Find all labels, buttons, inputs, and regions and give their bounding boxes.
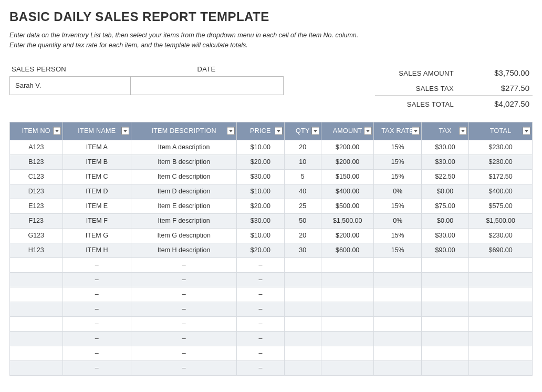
cell-qty[interactable]: 25 xyxy=(284,199,321,213)
cell-amount[interactable]: $150.00 xyxy=(321,169,374,184)
cell-item-name[interactable]: ITEM A xyxy=(62,140,131,154)
cell-tax[interactable]: $0.00 xyxy=(421,184,468,199)
cell-item-no[interactable]: H123 xyxy=(10,243,63,257)
filter-dropdown-icon[interactable] xyxy=(121,127,129,135)
cell-item-description[interactable]: – xyxy=(131,331,237,346)
col-amount[interactable]: AMOUNT xyxy=(321,122,374,140)
cell-item-name[interactable]: ITEM D xyxy=(62,184,131,199)
cell-item-description[interactable]: – xyxy=(131,257,237,272)
cell-item-no[interactable]: B123 xyxy=(10,154,63,169)
cell-amount[interactable] xyxy=(321,302,374,316)
cell-item-no[interactable] xyxy=(10,257,63,272)
filter-dropdown-icon[interactable] xyxy=(412,127,420,135)
filter-dropdown-icon[interactable] xyxy=(275,127,283,135)
cell-item-no[interactable]: E123 xyxy=(10,199,63,213)
cell-tax-rate[interactable]: 15% xyxy=(374,169,421,184)
cell-amount[interactable] xyxy=(321,257,374,272)
cell-total[interactable]: $690.00 xyxy=(469,243,533,257)
cell-price[interactable]: – xyxy=(237,272,284,287)
cell-qty[interactable]: 50 xyxy=(284,213,321,228)
cell-item-description[interactable]: Item H description xyxy=(131,243,237,257)
cell-item-name[interactable]: – xyxy=(62,257,131,272)
cell-price[interactable]: – xyxy=(237,257,284,272)
cell-tax-rate[interactable]: 15% xyxy=(374,199,421,213)
cell-total[interactable]: $230.00 xyxy=(469,140,533,154)
cell-total[interactable]: $400.00 xyxy=(469,184,533,199)
cell-tax-rate[interactable] xyxy=(374,302,421,316)
filter-dropdown-icon[interactable] xyxy=(227,127,235,135)
cell-tax-rate[interactable] xyxy=(374,346,421,360)
col-item-name[interactable]: ITEM NAME xyxy=(62,122,131,140)
cell-item-description[interactable]: Item F description xyxy=(131,213,237,228)
col-tax-rate[interactable]: TAX RATE xyxy=(374,122,421,140)
cell-item-no[interactable] xyxy=(10,331,63,346)
cell-item-no[interactable]: D123 xyxy=(10,184,63,199)
cell-tax[interactable] xyxy=(421,272,468,287)
cell-qty[interactable]: 30 xyxy=(284,243,321,257)
cell-item-description[interactable]: – xyxy=(131,272,237,287)
cell-item-no[interactable]: A123 xyxy=(10,140,63,154)
cell-qty[interactable]: 40 xyxy=(284,184,321,199)
cell-amount[interactable] xyxy=(321,287,374,302)
col-item-description[interactable]: ITEM DESCRIPTION xyxy=(131,122,237,140)
date-input[interactable] xyxy=(131,77,283,95)
cell-price[interactable]: – xyxy=(237,287,284,302)
cell-qty[interactable] xyxy=(284,287,321,302)
cell-tax[interactable]: $0.00 xyxy=(421,213,468,228)
cell-total[interactable] xyxy=(469,346,533,360)
filter-dropdown-icon[interactable] xyxy=(364,127,372,135)
cell-qty[interactable]: 20 xyxy=(284,140,321,154)
cell-item-name[interactable]: ITEM E xyxy=(62,199,131,213)
cell-qty[interactable] xyxy=(284,360,321,375)
cell-item-description[interactable]: – xyxy=(131,360,237,375)
cell-total[interactable] xyxy=(469,257,533,272)
cell-tax-rate[interactable] xyxy=(374,287,421,302)
cell-item-description[interactable]: Item C description xyxy=(131,169,237,184)
cell-tax-rate[interactable]: 15% xyxy=(374,140,421,154)
cell-item-description[interactable]: – xyxy=(131,287,237,302)
filter-dropdown-icon[interactable] xyxy=(459,127,467,135)
cell-amount[interactable]: $200.00 xyxy=(321,228,374,243)
cell-tax[interactable] xyxy=(421,316,468,331)
cell-price[interactable]: $20.00 xyxy=(237,243,284,257)
cell-price[interactable]: – xyxy=(237,316,284,331)
cell-total[interactable] xyxy=(469,316,533,331)
cell-item-no[interactable] xyxy=(10,302,63,316)
cell-amount[interactable]: $400.00 xyxy=(321,184,374,199)
cell-qty[interactable]: 10 xyxy=(284,154,321,169)
cell-item-name[interactable]: ITEM G xyxy=(62,228,131,243)
cell-item-name[interactable]: ITEM C xyxy=(62,169,131,184)
cell-amount[interactable]: $200.00 xyxy=(321,140,374,154)
cell-tax[interactable]: $90.00 xyxy=(421,243,468,257)
cell-tax-rate[interactable]: 15% xyxy=(374,154,421,169)
cell-tax[interactable] xyxy=(421,331,468,346)
cell-qty[interactable]: 20 xyxy=(284,228,321,243)
cell-item-description[interactable]: Item E description xyxy=(131,199,237,213)
cell-qty[interactable] xyxy=(284,257,321,272)
cell-tax-rate[interactable]: 15% xyxy=(374,243,421,257)
cell-tax[interactable]: $75.00 xyxy=(421,199,468,213)
cell-item-name[interactable]: – xyxy=(62,302,131,316)
cell-price[interactable]: – xyxy=(237,346,284,360)
cell-amount[interactable]: $200.00 xyxy=(321,154,374,169)
col-price[interactable]: PRICE xyxy=(237,122,284,140)
cell-item-no[interactable] xyxy=(10,346,63,360)
cell-qty[interactable] xyxy=(284,331,321,346)
cell-item-name[interactable]: – xyxy=(62,346,131,360)
cell-qty[interactable] xyxy=(284,302,321,316)
cell-price[interactable]: – xyxy=(237,302,284,316)
cell-total[interactable] xyxy=(469,331,533,346)
cell-tax[interactable]: $30.00 xyxy=(421,228,468,243)
cell-tax-rate[interactable] xyxy=(374,316,421,331)
cell-item-description[interactable]: – xyxy=(131,302,237,316)
cell-tax-rate[interactable] xyxy=(374,360,421,375)
cell-tax[interactable]: $30.00 xyxy=(421,140,468,154)
cell-tax-rate[interactable] xyxy=(374,272,421,287)
cell-tax[interactable] xyxy=(421,346,468,360)
filter-dropdown-icon[interactable] xyxy=(311,127,319,135)
cell-tax-rate[interactable]: 0% xyxy=(374,213,421,228)
cell-item-no[interactable]: G123 xyxy=(10,228,63,243)
cell-tax[interactable] xyxy=(421,360,468,375)
cell-qty[interactable] xyxy=(284,272,321,287)
cell-item-name[interactable]: ITEM F xyxy=(62,213,131,228)
